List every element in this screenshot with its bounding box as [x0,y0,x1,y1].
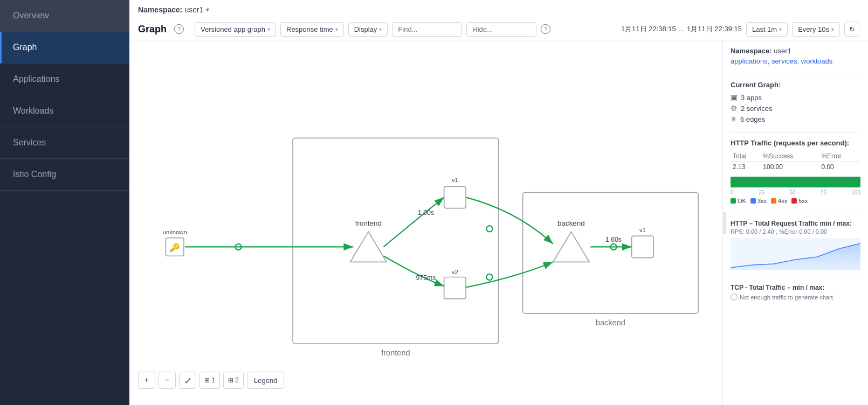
chevron-down-icon: ▾ [379,26,382,32]
current-graph-section: Current Graph: ▣ 3 apps ⚙ 2 services ✳ 6… [731,81,860,123]
refresh-button[interactable]: ↻ [844,22,859,37]
col-success: %Success [761,151,819,162]
chevron-down-icon: ▾ [779,26,782,32]
last-1m-dropdown[interactable]: Last 1m ▾ [746,22,788,37]
sidebar-item-overview[interactable]: Overview [0,0,129,32]
backend-group-label: backend [596,318,625,327]
mini-chart [731,238,860,270]
http-traffic-title: HTTP Traffic (requests per second): [731,139,860,147]
namespace-links[interactable]: applications, services, workloads [731,57,860,65]
filter-help-icon[interactable]: ? [541,24,550,34]
sidebar-item-label: Applications [13,74,59,83]
display-dropdown[interactable]: Display ▾ [348,22,388,37]
current-graph-label: Current Graph: [731,81,860,89]
divider-2 [731,132,860,132]
toolbar-right: 1月11日 22:38:15 … 1月11日 22:39:15 Last 1m … [621,22,859,37]
rps-section: HTTP – Total Request Traffic min / max: … [731,220,860,270]
sidebar-item-label: Overview [13,11,49,20]
4xx-dot [771,198,776,204]
sidebar-item-istio-config[interactable]: Istio Config [0,159,129,191]
zoom-in-button[interactable]: + [138,372,155,389]
find-input[interactable] [392,22,462,37]
tcp-title: TCP - Total Traffic – min / max: [731,284,860,291]
error-value: 0.00 [819,162,860,173]
bar-chart: 0 25 50 75 100 OK [731,177,860,204]
stat-edges: ✳ 6 edges [731,115,860,123]
bar-fill-ok [731,177,860,187]
key-icon: 🔑 [169,242,180,253]
chevron-down-icon: ▾ [335,26,338,32]
zoom-out-button[interactable]: − [159,372,176,389]
namespace-value: user1 [185,5,204,14]
edge-label-backend-v1: 1.60s [605,236,622,243]
total-value: 2.13 [731,162,761,173]
hide-panel-button[interactable]: Hide [722,212,726,234]
chevron-down-icon: ▾ [267,26,270,32]
ok-dot [731,198,736,204]
legend-4xx: 4xx [771,198,787,204]
hide-input[interactable] [466,22,536,37]
frontend-v1-node[interactable] [444,186,466,208]
sidebar-item-workloads[interactable]: Workloads [0,95,129,127]
graph-svg: frontend backend unknown 🔑 frontend v1 [129,40,722,405]
backend-group [523,192,699,313]
collapse-2-button[interactable]: ⊞ 2 [223,372,244,389]
frontend-node[interactable] [350,232,387,262]
ns-value: user1 [774,47,791,55]
divider-1 [731,74,860,74]
divider-4 [731,277,860,277]
tcp-note: i Not enough traffic to generate chart. [731,294,860,301]
namespace-section: Namespace: user1 applications, services,… [731,47,860,65]
sidebar-item-label: Istio Config [13,170,56,179]
legend-5xx: 5xx [791,198,808,204]
ns-label: Namespace: [731,47,772,55]
backend-v1-node[interactable] [632,236,653,257]
main-content: Namespace: user1 ▾ Graph ? Versioned app… [129,0,868,405]
sidebar-item-services[interactable]: Services [0,127,129,159]
versioned-app-dropdown[interactable]: Versioned app graph ▾ [195,22,276,37]
graph-help-icon[interactable]: ? [174,24,184,34]
success-value: 100.00 [761,162,819,173]
edges-icon: ✳ [731,115,737,123]
edge-label-frontend-v1: 1.00s [418,209,434,217]
side-panel: Hide Namespace: user1 applications, serv… [722,40,868,405]
edge-v1-backend [466,197,553,243]
services-icon: ⚙ [731,104,738,113]
mini-chart-svg [731,238,860,270]
time-range-display: 1月11日 22:38:15 … 1月11日 22:39:15 [621,24,742,34]
http-traffic-section: HTTP Traffic (requests per second): Tota… [731,139,860,204]
topbar: Namespace: user1 ▾ Graph ? Versioned app… [129,0,868,40]
response-time-dropdown[interactable]: Response time ▾ [280,22,344,37]
sidebar-item-label: Services [13,138,46,147]
sidebar: Overview Graph Applications Workloads Se… [0,0,129,405]
sidebar-item-applications[interactable]: Applications [0,64,129,95]
namespace-label: Namespace: [138,5,183,14]
zoom-controls: + − ⤢ ⊞ 1 ⊞ 2 Legend [138,372,284,389]
edge-frontend-v1 [383,197,444,247]
legend-ok: OK [731,198,746,204]
namespace-dropdown-arrow[interactable]: ▾ [206,6,209,13]
3xx-dot [750,198,756,204]
edge-dot-v2 [486,274,492,280]
frontend-v2-node[interactable] [444,277,466,299]
traffic-table: Total %Success %Error 2.13 100.00 0.00 [731,151,860,172]
info-icon: i [731,294,738,301]
graph-canvas[interactable]: frontend backend unknown 🔑 frontend v1 [129,40,722,405]
fit-view-button[interactable]: ⤢ [179,372,196,389]
traffic-row: 2.13 100.00 0.00 [731,162,860,173]
apps-icon: ▣ [731,93,738,102]
backend-node[interactable] [553,232,589,262]
frontend-group [293,138,499,344]
bar-track [731,177,860,187]
every-10s-dropdown[interactable]: Every 10s ▾ [792,22,840,37]
graph-title: Graph [138,24,167,35]
collapse-1-button[interactable]: ⊞ 1 [199,372,220,389]
legend-button[interactable]: Legend [247,372,284,389]
col-total: Total [731,151,761,162]
divider-3 [731,213,860,213]
edge-dot-v1 [486,226,492,232]
backend-v1-label: v1 [639,227,646,233]
rps-value: RPS: 0.00 / 2.40 , %Error 0.00 / 0.00 [731,228,860,235]
edge-label-frontend-v2: 975ms [416,274,436,282]
sidebar-item-graph[interactable]: Graph [0,32,129,64]
